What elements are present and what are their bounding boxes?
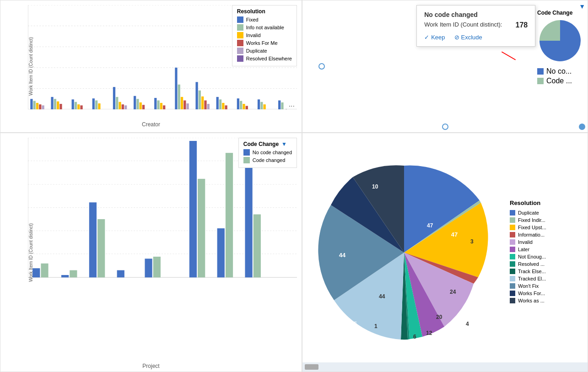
legend-color-works (237, 40, 243, 46)
svg-rect-45 (187, 103, 189, 109)
svg-rect-58 (246, 106, 248, 109)
svg-rect-103 (217, 228, 225, 277)
svg-rect-95 (70, 270, 77, 278)
pie-color-not-enough (510, 254, 515, 259)
legend-label-fixed: Fixed (246, 17, 259, 22)
legend-item-fixed: Fixed (237, 16, 292, 23)
cc-legend-color-no-code (537, 68, 544, 75)
bl-legend-color-code (243, 157, 250, 163)
svg-rect-12 (30, 99, 32, 109)
legend-color-invalid (237, 32, 243, 38)
svg-rect-25 (92, 98, 95, 109)
svg-rect-93 (41, 264, 48, 278)
pie-label-duplicate: Duplicate (518, 210, 539, 216)
bottom-bar-y-label: Work Item ID (Count distinct) (28, 223, 33, 281)
tooltip-metric-value: 178 (515, 21, 528, 29)
pie-color-information (510, 232, 515, 237)
svg-text:24: 24 (450, 289, 456, 295)
legend-label-info: Info not available (246, 25, 284, 30)
pie-label-not-enough: Not Enoug... (518, 254, 546, 259)
pie-legend-duplicate: Duplicate (510, 210, 583, 216)
legend-item-info: Info not available (237, 24, 292, 31)
svg-rect-28 (113, 87, 115, 109)
cc-legend-label-code: Code ... (546, 77, 572, 85)
svg-rect-22 (75, 102, 77, 109)
legend-label-duplicate: Duplicate (246, 48, 267, 54)
svg-text:47: 47 (451, 231, 457, 238)
exclude-button[interactable]: ⊘ Exclude (454, 34, 482, 41)
bl-legend-label-no-code: No code changed (253, 150, 292, 155)
legend-color-info (237, 24, 243, 31)
pie-color-wont-fix (510, 283, 515, 289)
svg-text:1: 1 (374, 323, 378, 329)
top-right-pie: Code Change No co... Code ... (537, 10, 583, 86)
svg-rect-29 (116, 97, 118, 109)
svg-rect-92 (32, 268, 40, 277)
connector-node-left[interactable] (318, 63, 325, 70)
svg-rect-94 (61, 275, 69, 277)
pie-color-fixed-upst (510, 225, 515, 230)
pie-legend-fixed-upst: Fixed Upst... (510, 225, 583, 230)
svg-rect-48 (201, 97, 204, 109)
bottom-filter-icon[interactable]: ▼ (281, 141, 287, 147)
svg-rect-17 (51, 97, 53, 109)
cc-legend-no-code: No co... (537, 67, 583, 75)
svg-text:3: 3 (470, 238, 474, 245)
top-row: Work Item ID (Count distinct) 10 7.5 5 2… (0, 0, 588, 133)
bl-legend-no-code: No code changed (243, 149, 292, 156)
keep-button[interactable]: ✓ Keep (424, 34, 445, 41)
svg-rect-104 (226, 153, 233, 277)
connector-node-br[interactable] (579, 124, 585, 130)
pie-color-duplicate (510, 210, 515, 216)
svg-text:15: 15 (350, 320, 356, 327)
svg-rect-96 (89, 202, 97, 277)
pie-color-fixed-indir (510, 217, 515, 223)
legend-color-duplicate (237, 48, 243, 54)
pie-legend-resolved: Resolved ... (510, 261, 583, 267)
pie-label-later: Later (518, 247, 529, 252)
legend-label-resolved: Resolved Elsewhere (246, 56, 292, 61)
more-button[interactable]: ... (289, 100, 295, 108)
tooltip-box: No code changed Work Item ID (Count dist… (416, 5, 535, 47)
top-bar-x-label: Creator (142, 121, 160, 128)
connector-node-bottom[interactable] (442, 124, 448, 130)
svg-rect-37 (154, 98, 156, 109)
top-right-area: No code changed Work Item ID (Count dist… (302, 0, 588, 133)
svg-text:20: 20 (436, 314, 442, 320)
cc-legend-label-no-code: No co... (546, 67, 572, 75)
pie-label-resolved: Resolved ... (518, 261, 545, 267)
svg-rect-21 (72, 99, 74, 109)
mini-pie-svg (537, 18, 583, 64)
svg-rect-52 (219, 99, 221, 109)
svg-rect-47 (199, 91, 201, 109)
svg-rect-50 (207, 104, 210, 109)
pie-label-information: Informatio... (518, 232, 545, 237)
bl-legend-color-no-code (243, 149, 250, 156)
svg-text:44: 44 (339, 252, 345, 259)
legend-color-fixed (237, 16, 243, 23)
svg-rect-36 (142, 105, 145, 109)
svg-rect-24 (80, 105, 82, 109)
svg-rect-15 (39, 104, 41, 109)
scroll-thumb[interactable] (305, 364, 318, 370)
legend-item-works: Works For Me (237, 40, 292, 46)
pie-color-track-else (510, 269, 515, 274)
pie-legend-tracked-el: Tracked El... (510, 276, 583, 281)
svg-rect-44 (183, 100, 186, 109)
svg-rect-102 (198, 179, 205, 277)
bottom-code-change-legend: Code Change ▼ No code changed Code chang… (238, 138, 297, 168)
svg-rect-101 (189, 141, 197, 277)
exclude-icon: ⊘ (454, 34, 459, 41)
pie-legend-later: Later (510, 247, 583, 252)
svg-rect-100 (153, 257, 161, 277)
filter-icon-top[interactable]: ▼ (579, 3, 585, 10)
pie-color-invalid (510, 239, 515, 245)
pie-color-resolved (510, 261, 515, 267)
main-container: Work Item ID (Count distinct) 10 7.5 5 2… (0, 0, 588, 372)
pie-color-tracked-el (510, 276, 515, 281)
bottom-left-bar-chart: Work Item ID (Count distinct) Code Chang… (0, 133, 302, 372)
pie-label-invalid: Invalid (518, 239, 533, 245)
svg-rect-59 (258, 99, 260, 109)
svg-rect-55 (237, 98, 239, 109)
bottom-scroll-bar[interactable] (302, 362, 588, 372)
